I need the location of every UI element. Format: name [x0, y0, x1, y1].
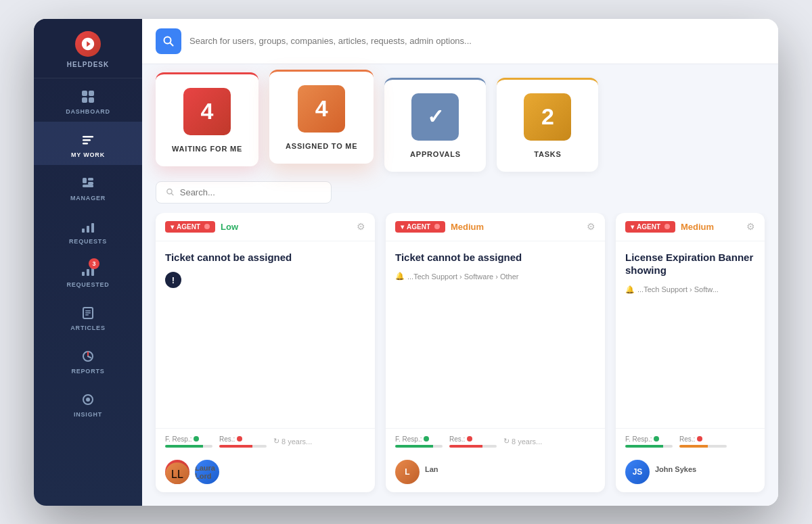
agent-label-1: AGENT: [177, 223, 200, 231]
ticket-body-2: Ticket cannot be assigned 🔔 ...Tech Supp…: [386, 241, 605, 428]
svg-rect-11: [82, 229, 85, 233]
agent-tag-1: ▾ AGENT: [165, 221, 215, 233]
agent-label-2: AGENT: [407, 223, 430, 231]
breadcrumb-text-3: ...Tech Support › Softw...: [637, 285, 719, 293]
manager-icon: [79, 174, 97, 192]
sla-fresp-label-1: F. Resp.:: [165, 435, 212, 443]
avatar-name-3: John Sykes: [655, 465, 696, 473]
agent-dot-3: [664, 224, 670, 229]
breadcrumb-text-2: ...Tech Support › Software › Other: [407, 272, 518, 281]
priority-label-2: Medium: [451, 222, 484, 232]
stat-card-waiting[interactable]: 4 WAITING FOR ME: [156, 72, 258, 166]
sla-fresp-2: F. Resp.:: [395, 435, 443, 448]
stat-card-assigned[interactable]: 4 ASSIGNED TO ME: [269, 70, 374, 164]
avatar-initials-2: L: [405, 467, 409, 477]
filter-input[interactable]: [180, 187, 321, 197]
ticket-card-2[interactable]: ▾ AGENT Medium ⚙ Ticket cannot be assign…: [386, 213, 605, 492]
svg-rect-9: [88, 182, 93, 185]
stat-label-tasks: TASKS: [534, 150, 561, 158]
fresp-status-dot-2: [424, 436, 429, 442]
time-ago-2: ↻ 8 years...: [503, 437, 542, 446]
sidebar-item-label: ARTICLES: [70, 325, 105, 331]
bell-icon-3: 🔔: [625, 285, 635, 294]
sla-res-label-1: Res.:: [219, 435, 267, 443]
sidebar-item-label: REQUESTED: [66, 281, 109, 288]
gear-icon-1[interactable]: ⚙: [357, 221, 365, 232]
svg-rect-4: [83, 136, 93, 138]
sidebar-item-reports[interactable]: REPORTS: [34, 338, 142, 381]
svg-rect-13: [91, 223, 94, 233]
filter-search-icon: [166, 187, 175, 197]
gear-icon-3[interactable]: ⚙: [746, 221, 755, 232]
sidebar-item-mywork[interactable]: MY WORK: [34, 122, 142, 165]
tickets-section: ▾ AGENT Low ⚙ Ticket cannot be assigned …: [142, 213, 778, 506]
filter-search-box[interactable]: [156, 181, 332, 204]
sidebar-item-articles[interactable]: ARTICLES: [34, 295, 142, 338]
agent-label-3: AGENT: [637, 223, 660, 231]
svg-rect-12: [87, 226, 89, 233]
avatar-name-1: Laura Lord: [195, 460, 219, 484]
stats-section: 4 WAITING FOR ME 4 ASSIGNED TO ME APPROV…: [142, 64, 778, 172]
sidebar-item-requested[interactable]: 3 REQUESTED: [34, 252, 142, 295]
ticket-card-1[interactable]: ▾ AGENT Low ⚙ Ticket cannot be assigned …: [156, 213, 375, 492]
stat-number-assigned: 4: [298, 85, 345, 133]
sidebar-item-label: MY WORK: [71, 151, 105, 158]
search-icon: [162, 35, 175, 47]
priority-label-3: Medium: [681, 222, 714, 232]
stat-card-approvals[interactable]: APPROVALS: [384, 78, 486, 172]
requested-icon: 3: [79, 261, 97, 279]
manager-svg: [81, 176, 95, 191]
stat-label-approvals: APPROVALS: [410, 150, 461, 158]
res-status-dot-2: [467, 436, 472, 442]
sla-res-label-2: Res.:: [449, 435, 497, 443]
sidebar-item-manager[interactable]: MANAGER: [34, 165, 142, 208]
ticket-header-3: ▾ AGENT Medium ⚙: [616, 213, 765, 241]
breadcrumb-2: 🔔 ...Tech Support › Software › Other: [395, 272, 595, 281]
svg-rect-18: [85, 310, 91, 312]
time-ago-1: ↻ 8 years...: [273, 437, 312, 446]
clock-icon-1: ↻: [273, 437, 279, 446]
ticket-footer-2: F. Resp.: Res.: ↻ 8 yea: [386, 428, 605, 454]
articles-svg: [81, 306, 95, 320]
agent-dot-2: [434, 224, 440, 229]
bell-icon-2: 🔔: [395, 272, 405, 281]
search-input[interactable]: [189, 36, 765, 46]
logo-icon: [75, 31, 101, 57]
filter-bar: [142, 172, 778, 213]
search-button[interactable]: [156, 28, 181, 54]
sla-res-bar-3: [679, 445, 727, 448]
svg-rect-15: [87, 269, 89, 276]
gear-icon-2[interactable]: ⚙: [587, 221, 595, 232]
svg-rect-10: [83, 185, 93, 187]
sidebar-item-requests[interactable]: REQUESTS: [34, 208, 142, 252]
sidebar-item-label: INSIGHT: [74, 411, 102, 418]
avatar-1: LL: [165, 460, 189, 484]
reports-svg: [81, 349, 95, 364]
ticket-title-1: Ticket cannot be assigned: [165, 251, 365, 264]
stat-number-waiting: 4: [183, 88, 231, 135]
stat-label-assigned: ASSIGNED TO ME: [286, 142, 357, 150]
sidebar-item-label: REPORTS: [71, 368, 104, 375]
sidebar-item-insight[interactable]: INSIGHT: [34, 381, 142, 425]
ticket-body-1: Ticket cannot be assigned !: [156, 241, 375, 428]
svg-rect-2: [82, 97, 87, 103]
ticket-title-3: License Expiration Banner showing: [625, 251, 755, 277]
stat-card-tasks[interactable]: 2 TASKS: [497, 78, 598, 172]
sla-fresp-bar-2: [395, 445, 443, 448]
sidebar-item-dashboard[interactable]: DASHBOARD: [34, 78, 142, 122]
res-status-dot-3: [697, 436, 702, 442]
svg-rect-1: [89, 91, 94, 96]
priority-label-1: Low: [221, 222, 238, 232]
svg-rect-7: [83, 178, 87, 183]
dashboard-icon: [79, 88, 97, 105]
insight-icon: [79, 391, 97, 408]
ticket-card-3[interactable]: ▾ AGENT Medium ⚙ License Expiration Bann…: [616, 213, 765, 492]
svg-point-23: [86, 398, 90, 402]
ticket-footer-1: F. Resp.: Res.: ↻ 8 yea: [156, 428, 375, 454]
ticket-header-2: ▾ AGENT Medium ⚙: [386, 213, 605, 241]
agent-dot-1: [204, 224, 210, 229]
dashboard-svg: [81, 89, 95, 104]
logo-svg: [81, 37, 95, 51]
ticket-user-3: JS John Sykes: [616, 454, 765, 492]
sidebar: HelpDesk DASHBOARD: [34, 19, 142, 506]
